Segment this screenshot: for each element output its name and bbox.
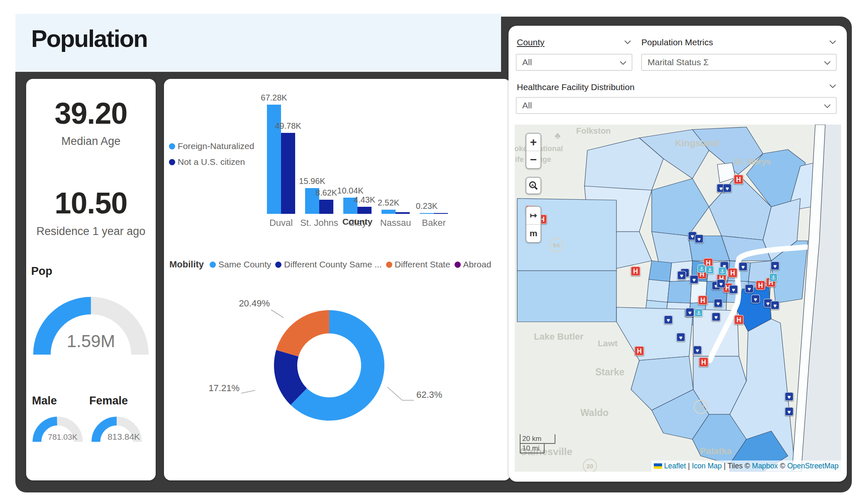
bar-Clay-noncitizen[interactable] [357,207,372,214]
bar-group-Nassau[interactable]: 2.52KNassau [377,100,415,214]
county-dropdown-value: All [522,57,532,67]
map-place-label: Lawt [598,338,618,348]
census-tract[interactable] [517,271,616,322]
attribution-link[interactable]: Leaflet [664,462,686,470]
dashboard-header: Population [15,14,501,72]
hospital-marker[interactable]: H [734,315,744,325]
chevron-down-icon [824,104,831,109]
clinic-marker[interactable]: ♥ [714,299,723,308]
clinic-marker[interactable]: ♥ [729,285,738,294]
chevron-down-icon[interactable] [829,40,836,45]
attribution-link[interactable]: OpenStreetMap [787,462,839,470]
clinic-marker[interactable]: ♥ [739,262,748,271]
clinic-marker[interactable]: ♥ [677,271,686,280]
chevron-down-icon[interactable] [829,84,836,89]
legend-label: Abroad [463,260,491,269]
healthcare-map[interactable]: 941720FolkstonKingslandSt. MarysOkefenok… [515,125,841,472]
hospital-marker[interactable]: H [698,296,708,305]
unit-button[interactable]: m [526,225,540,242]
port-marker[interactable]: ⚓ [706,266,714,274]
clinic-marker[interactable]: ♥ [717,279,726,288]
hospital-marker[interactable]: H [756,281,765,290]
bar-Baker-noncitizen[interactable] [434,213,448,214]
clinic-marker[interactable]: ♥ [771,262,780,270]
clinic-marker[interactable]: ♥ [693,346,702,355]
map-place-label: Lake Butler [534,331,584,342]
hospital-marker[interactable]: H [631,267,641,276]
clinic-marker[interactable]: ♥ [690,275,699,284]
legend-label: Not a U.S. citizen [178,157,245,167]
bar-data-label: 0.23K [412,201,441,211]
census-tract[interactable] [649,261,672,282]
bar-Duval-noncitizen[interactable] [281,133,295,214]
ukraine-flag-icon [654,463,662,469]
marital-status-dropdown[interactable]: Marital Status Σ [641,54,836,71]
port-marker[interactable]: ⚓ [769,273,778,282]
clinic-marker[interactable]: ♥ [712,313,721,321]
donut-slice-Different State[interactable] [276,310,329,356]
port-marker[interactable]: ⚓ [694,309,703,317]
healthcare-dropdown[interactable]: All [516,97,836,114]
clinic-marker[interactable]: ♥ [785,392,794,401]
mobility-legend-item[interactable]: Different State [386,260,450,269]
bar-legend-item[interactable]: Foreign-Naturalized [169,141,254,151]
zoom-out-button[interactable]: − [526,151,540,168]
legend-dot-icon [210,262,216,268]
male-gauge-value: 781.03K [38,433,88,442]
hospital-marker[interactable]: H [734,175,743,184]
attribution-link[interactable]: Icon Map [692,462,722,470]
clinic-marker[interactable]: ♥ [723,184,732,193]
citizenship-bar-chart[interactable]: 67.28K49.78KDuval15.96K8.62KSt. Johns10.… [262,100,453,214]
female-gauge-value: 813.84K [98,432,150,442]
clinic-marker[interactable]: ♥ [664,316,673,324]
pan-arrow-button[interactable]: ↦ [526,207,540,224]
census-tract[interactable] [652,232,692,265]
census-tract[interactable] [647,279,670,302]
hospital-marker[interactable]: H [699,358,709,367]
census-tract[interactable] [668,281,692,303]
clinic-marker[interactable]: ♥ [771,301,780,310]
hospital-marker[interactable]: H [635,346,644,356]
bar-legend-item[interactable]: Not a U.S. citizen [169,157,254,167]
attribution-text: Tiles © [728,462,752,470]
mobility-legend-item[interactable]: Abroad [455,260,491,269]
port-marker[interactable]: ⚓ [718,267,726,275]
filter-healthcare-label[interactable]: Healthcare Facility Distribution [517,82,635,92]
filter-metrics-label[interactable]: Population Metrics [641,37,713,47]
bar-group-Clay[interactable]: 10.04K4.43KClay [338,100,377,214]
legend-dot-icon [275,262,281,268]
clinic-marker[interactable]: ♥ [686,308,694,317]
bar-group-Duval[interactable]: 67.28K49.78KDuval [262,100,300,214]
clinic-marker[interactable]: ♥ [695,235,704,243]
scale-km-label: 20 km [521,434,555,443]
clinic-marker[interactable]: ♥ [785,407,794,416]
male-gauge-title: Male [32,394,57,407]
marital-status-dropdown-value: Marital Status Σ [648,57,709,67]
bar-group-St. Johns[interactable]: 15.96K8.62KSt. Johns [300,100,338,214]
mobility-legend-item[interactable]: Different County Same ... [275,260,381,269]
clinic-marker[interactable]: ♥ [745,284,754,293]
map-scale-bar: 20 km 10 mi [520,434,555,453]
map-place-label: Kingsland [675,138,719,148]
choropleth-map: 941720FolkstonKingslandSt. MarysOkefenok… [515,125,841,472]
zoom-in-button[interactable]: + [526,134,540,151]
county-dropdown[interactable]: All [516,54,632,71]
clinic-marker[interactable]: ♥ [751,295,760,304]
clinic-marker[interactable]: ♥ [677,333,685,342]
hospital-marker[interactable]: H [728,268,738,278]
attribution-link[interactable]: Mapbox [752,462,778,470]
filter-county-label[interactable]: County [517,37,545,47]
bar-Nassau-naturalized[interactable] [381,210,396,214]
bar-Baker-naturalized[interactable] [420,213,434,214]
bar-chart-legend: Foreign-NaturalizedNot a U.S. citizen [169,141,254,173]
bar-group-Baker[interactable]: 0.23KBaker [415,100,453,214]
map-place-label: St. Marys [734,157,771,166]
search-area-icon[interactable]: A [526,178,540,193]
mobility-legend-item[interactable]: Same County [210,260,271,269]
port-marker[interactable]: ⚓ [697,264,706,273]
svg-text:17: 17 [697,404,704,411]
chevron-down-icon[interactable] [624,40,631,45]
donut-percentage-label: 62.3% [416,389,462,400]
bar-St. Johns-noncitizen[interactable] [319,200,333,214]
bar-Nassau-noncitizen[interactable] [396,212,410,214]
